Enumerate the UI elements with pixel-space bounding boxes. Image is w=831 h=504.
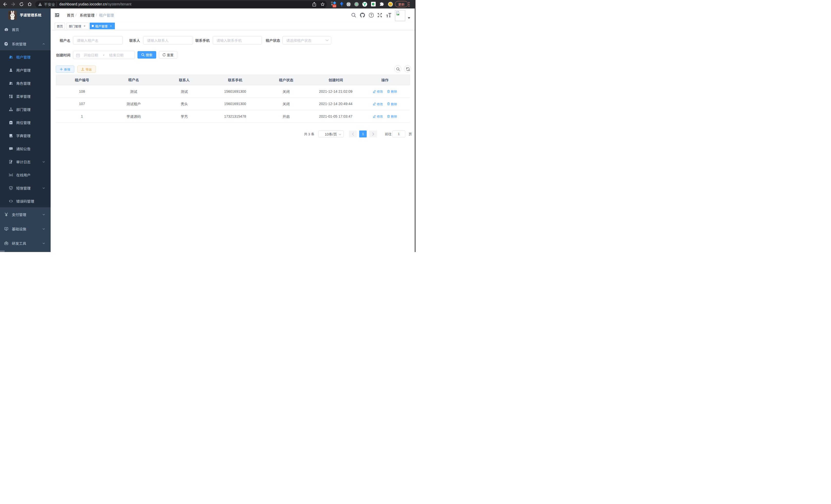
svg-text:10: 10 (333, 5, 336, 7)
